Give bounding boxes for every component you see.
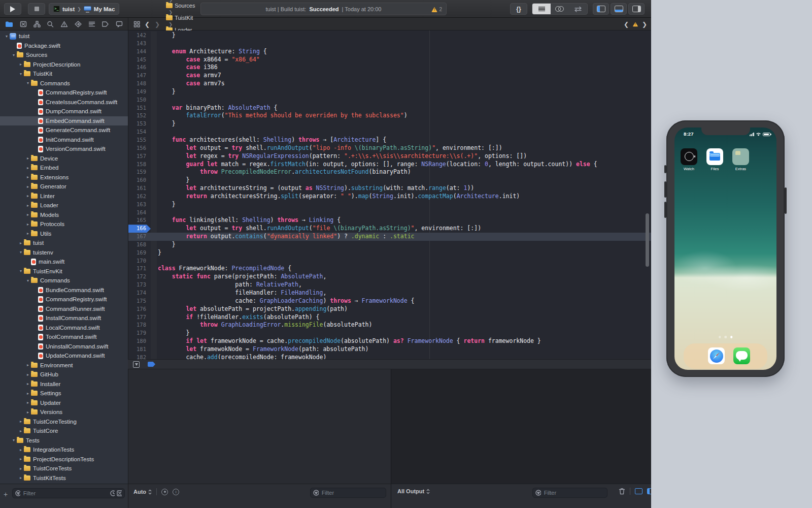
disclosure-triangle[interactable]: ▸ bbox=[25, 363, 30, 367]
line-number[interactable]: 142 bbox=[128, 31, 151, 40]
variables-view[interactable] bbox=[128, 369, 391, 484]
tree-item[interactable]: GenerateCommand.swift bbox=[0, 125, 128, 135]
variables-filter-input[interactable] bbox=[321, 489, 383, 496]
disclosure-triangle[interactable]: ▸ bbox=[25, 166, 30, 170]
disclosure-triangle[interactable]: ▸ bbox=[25, 222, 30, 227]
disclosure-triangle[interactable]: ▸ bbox=[25, 400, 30, 405]
tree-item[interactable]: CommandRunner.swift bbox=[0, 304, 128, 314]
disclosure-triangle[interactable]: ▸ bbox=[18, 62, 23, 67]
console-filter-input[interactable] bbox=[543, 489, 604, 496]
assistant-editor-button[interactable] bbox=[551, 4, 569, 14]
tree-item[interactable]: ▾Commands bbox=[0, 79, 128, 88]
tree-item[interactable]: ▸Models bbox=[0, 210, 128, 220]
line-number[interactable]: 158 bbox=[128, 161, 151, 169]
safari-app-icon[interactable] bbox=[708, 347, 725, 364]
hide-debug-area-button[interactable] bbox=[133, 361, 140, 368]
tree-item[interactable]: ▸Settings bbox=[0, 389, 128, 398]
tree-item[interactable]: ▸tuist bbox=[0, 238, 128, 248]
source-editor[interactable]: 142 }143144 enum Architecture: String {1… bbox=[128, 30, 651, 359]
debug-navigator-icon[interactable] bbox=[88, 21, 95, 27]
tree-item[interactable]: ▸Updater bbox=[0, 398, 128, 408]
tree-item[interactable]: ▸Generator bbox=[0, 182, 128, 192]
navigator-filter-field[interactable] bbox=[12, 488, 125, 498]
disclosure-triangle[interactable]: ▾ bbox=[11, 53, 16, 57]
disclosure-triangle[interactable]: ▸ bbox=[25, 156, 30, 161]
disclosure-triangle[interactable]: ▸ bbox=[25, 391, 30, 396]
tree-item[interactable]: ▸Linter bbox=[0, 192, 128, 201]
disclosure-triangle[interactable]: ▸ bbox=[25, 410, 30, 415]
editor-scrollbar[interactable] bbox=[646, 213, 649, 267]
tree-item[interactable]: ▸Extensions bbox=[0, 173, 128, 182]
line-number[interactable]: 165 bbox=[128, 216, 151, 225]
volume-up-button[interactable] bbox=[664, 181, 666, 198]
tree-item[interactable]: ▸Utils bbox=[0, 229, 128, 239]
disclosure-triangle[interactable]: ▸ bbox=[25, 231, 30, 236]
disclosure-triangle[interactable]: ▾ bbox=[25, 81, 30, 85]
add-button[interactable]: + bbox=[4, 490, 8, 498]
breakpoint-navigator-icon[interactable] bbox=[101, 21, 109, 27]
project-navigator-icon[interactable] bbox=[5, 21, 13, 27]
disclosure-triangle[interactable]: ▸ bbox=[18, 475, 23, 480]
disclosure-triangle[interactable]: ▾ bbox=[25, 278, 30, 283]
clear-console-trash-icon[interactable] bbox=[619, 488, 625, 495]
run-button[interactable] bbox=[4, 3, 21, 15]
disclosure-triangle[interactable]: ▸ bbox=[25, 372, 30, 377]
line-number[interactable]: 163 bbox=[128, 201, 151, 209]
code-snippet-button[interactable]: {} bbox=[510, 3, 527, 15]
tree-item[interactable]: EmbedCommand.swift bbox=[0, 116, 128, 126]
line-number[interactable]: 143 bbox=[128, 40, 151, 48]
disclosure-triangle[interactable]: ▸ bbox=[25, 175, 30, 179]
variables-scope-popup[interactable]: Auto bbox=[133, 489, 152, 495]
line-number[interactable]: 147 bbox=[128, 72, 151, 80]
tree-item[interactable]: ▾TuistEnvKit bbox=[0, 267, 128, 276]
line-number[interactable]: 161 bbox=[128, 184, 151, 193]
line-number[interactable]: 145 bbox=[128, 56, 151, 64]
disclosure-triangle[interactable]: ▾ bbox=[4, 34, 9, 39]
disclosure-triangle[interactable]: ▸ bbox=[18, 429, 23, 433]
line-number[interactable]: 167 bbox=[128, 233, 151, 241]
tree-item[interactable]: ▸Versions bbox=[0, 407, 128, 417]
tree-item[interactable]: ▸TuistCoreTesting bbox=[0, 417, 128, 427]
line-number[interactable]: 181 bbox=[128, 345, 151, 354]
line-number[interactable]: 170 bbox=[128, 257, 151, 265]
tree-item[interactable]: UninstallCommand.swift bbox=[0, 342, 128, 352]
volume-down-button[interactable] bbox=[664, 202, 666, 218]
tree-item[interactable]: ▾TuistKit bbox=[0, 69, 128, 79]
disclosure-triangle[interactable]: ▾ bbox=[18, 72, 23, 76]
breadcrumb-item[interactable]: Sources bbox=[166, 3, 215, 9]
source-control-navigator-icon[interactable] bbox=[20, 21, 27, 27]
tree-item[interactable]: CreateIssueCommand.swift bbox=[0, 98, 128, 107]
tree-item[interactable]: ▾Tests bbox=[0, 436, 128, 446]
line-number[interactable]: 176 bbox=[128, 305, 151, 313]
console-view[interactable] bbox=[391, 369, 651, 484]
tree-item[interactable]: UpdateCommand.swift bbox=[0, 351, 128, 361]
tree-item[interactable]: ToolCommand.swift bbox=[0, 332, 128, 342]
tree-item[interactable]: ▸Protocols bbox=[0, 219, 128, 229]
line-number[interactable]: 153 bbox=[128, 120, 151, 128]
line-number[interactable]: 173 bbox=[128, 281, 151, 289]
tree-item[interactable]: CommandRegistry.swift bbox=[0, 88, 128, 98]
report-navigator-icon[interactable] bbox=[116, 21, 123, 27]
next-issue-button[interactable]: ❯ bbox=[642, 21, 647, 28]
line-number[interactable]: 155 bbox=[128, 136, 151, 144]
disclosure-triangle[interactable]: ▸ bbox=[25, 203, 30, 208]
tree-item[interactable]: ▸ProjectDescriptionTests bbox=[0, 455, 128, 464]
related-items-icon[interactable] bbox=[133, 21, 141, 27]
tree-item[interactable]: ▸Embed bbox=[0, 163, 128, 173]
disclosure-triangle[interactable]: ▸ bbox=[18, 241, 23, 245]
tree-item[interactable]: main.swift bbox=[0, 257, 128, 267]
line-number[interactable]: 168 bbox=[128, 241, 151, 249]
quicklook-icon[interactable] bbox=[161, 489, 168, 495]
tree-item[interactable]: DumpCommand.swift bbox=[0, 107, 128, 116]
info-icon[interactable]: i bbox=[173, 489, 179, 495]
line-number[interactable]: 144 bbox=[128, 48, 151, 56]
app-extras[interactable]: Extras bbox=[732, 148, 749, 171]
disclosure-triangle[interactable]: ▾ bbox=[18, 250, 23, 255]
tree-item[interactable]: ▾tuist bbox=[0, 31, 128, 41]
tree-item[interactable]: ▸TuistKitTests bbox=[0, 473, 128, 483]
disclosure-triangle[interactable]: ▸ bbox=[25, 382, 30, 386]
disclosure-triangle[interactable]: ▾ bbox=[18, 269, 23, 273]
tree-item[interactable]: ▸TuistCoreTests bbox=[0, 464, 128, 473]
tree-item[interactable]: ▸Device bbox=[0, 154, 128, 164]
line-number[interactable]: 172 bbox=[128, 273, 151, 281]
